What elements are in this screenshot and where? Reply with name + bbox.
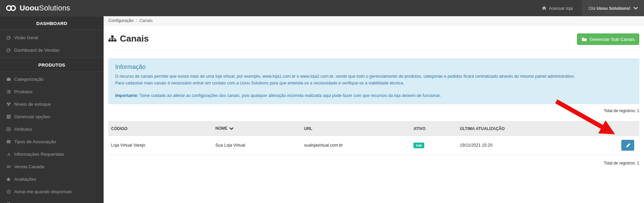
sidebar-section-dashboard: DASHBOARD [0, 16, 104, 30]
column-header-ativo[interactable]: ATIVO [411, 122, 457, 136]
chain-rings-icon [5, 4, 17, 12]
sidebar-item-label: Gerenciar opções [14, 110, 50, 123]
shuffle-icon [5, 164, 12, 169]
sidebar-item-label: Produtos [14, 85, 33, 98]
sort-desc-icon [230, 126, 233, 131]
info-important: Importante: Tome cuidado ao alterar as c… [115, 92, 632, 99]
page-title: Canais [108, 33, 149, 44]
home-icon [542, 6, 546, 10]
sidebar-item-label: Visão Geral [14, 31, 38, 44]
cell-updated: 19/11/2021 15:20 [457, 136, 616, 155]
svg-text:A: A [7, 152, 10, 156]
rows-icon [5, 139, 12, 144]
sidebar-item-categorizacao[interactable]: Categorização [0, 73, 104, 85]
sidebar-item-label: Tipos de Associação [14, 135, 56, 148]
breadcrumb-separator: / [136, 18, 137, 23]
sidebar-item-dashboard-de-vendas[interactable]: Dashboard de Vendas [0, 44, 104, 56]
sidebar-item-produtos[interactable]: Produtos [0, 85, 104, 98]
sidebar-item-avaliacoes[interactable]: Avaliações [0, 173, 104, 185]
topbar: UoouSolutions Acessar loja Olá Uoou Solu… [0, 0, 644, 16]
gauge-icon [5, 35, 12, 40]
sidebar-item-cropped[interactable] [0, 198, 104, 203]
folder-open-icon [582, 37, 587, 42]
sidebar-item-informacoes-requeridas[interactable]: AInformações Requeridas [0, 148, 104, 160]
grid-icon [5, 115, 12, 119]
sidebar-item-label: Dashboard de Vendas [14, 44, 60, 56]
chevron-down-icon [634, 7, 638, 10]
briefcase-icon [5, 77, 12, 81]
cell-nome: Sua Loja Virtual [213, 136, 301, 155]
edit-button[interactable] [621, 140, 634, 151]
star-icon [5, 177, 12, 182]
column-header-codigo[interactable]: CÓDIGO [108, 122, 213, 136]
sidebar: DASHBOARDVisão GeralDashboard de VendasP… [0, 16, 104, 203]
manage-subchannels-button[interactable]: Gerenciar Sub Canais [577, 33, 639, 45]
breadcrumb-link[interactable]: Configuração [108, 18, 133, 23]
column-header-actions [616, 122, 639, 136]
sidebar-item-label: Avise-me quando disponível [14, 185, 71, 198]
column-header-ultima-atualizacao[interactable]: ÚLTIMA ATUALIZAÇÃO [457, 122, 616, 136]
font-icon: A [5, 152, 12, 156]
sidebar-item-niveis-de-estoque[interactable]: Níveis de estoque [0, 98, 104, 110]
sitemap-icon [108, 35, 116, 42]
brand-text: UoouSolutions [20, 4, 70, 12]
access-store-link[interactable]: Acessar loja [542, 6, 573, 11]
channels-table-header-row: CÓDIGONOMEURLATIVOÚLTIMA ATUALIZAÇÃO [108, 122, 639, 136]
info-line-2: Para cadastrar mais canais é necessário … [115, 80, 632, 86]
sidebar-item-label: Informações Requeridas [14, 148, 64, 160]
sidebar-item-label: Avaliações [14, 173, 36, 185]
sidebar-item-venda-casada[interactable]: Venda Casada [0, 160, 104, 173]
total-records-bottom: Total de registros: 1 [108, 161, 639, 166]
list-alt-icon [5, 127, 12, 131]
header-divider [108, 50, 639, 50]
cell-url: sualojavirtual.com.br [301, 136, 411, 155]
breadcrumb-current: Canais [139, 18, 153, 23]
sidebar-item-label: Níveis de estoque [14, 98, 51, 110]
channels-table: CÓDIGONOMEURLATIVOÚLTIMA ATUALIZAÇÃO Loj… [108, 121, 639, 155]
brand-logo[interactable]: UoouSolutions [0, 4, 70, 12]
sidebar-item-atributos[interactable]: Atributos [0, 123, 104, 135]
sidebar-item-label: Categorização [14, 73, 44, 85]
gauge-icon [5, 48, 12, 53]
status-badge: SIM [413, 143, 424, 148]
list-icon [5, 90, 12, 94]
column-header-nome[interactable]: NOME [213, 122, 301, 136]
total-records-top: Total de registros: 1 [108, 108, 639, 113]
cell-ativo: SIM [411, 136, 457, 155]
column-header-url[interactable]: URL [301, 122, 411, 136]
cubes-icon [5, 102, 12, 106]
sidebar-item-visao-geral[interactable]: Visão Geral [0, 31, 104, 44]
sidebar-item-label: Atributos [14, 123, 32, 135]
info-title: Informação [115, 64, 632, 71]
sidebar-item-label: Venda Casada [14, 160, 44, 173]
sidebar-item-gerenciar-opcoes[interactable]: Gerenciar opções [0, 110, 104, 123]
info-line-1: O recurso de canais permite que exista m… [115, 73, 632, 80]
breadcrumb: Configuração / Canais [104, 16, 644, 25]
sidebar-item-tipos-de-associacao[interactable]: Tipos de Associação [0, 135, 104, 148]
table-row: Loja Virtual Varejo Sua Loja Virtual sua… [108, 136, 639, 155]
sidebar-item-avise-me-quando-disponivel[interactable]: Avise-me quando disponível [0, 185, 104, 198]
access-store-label: Acessar loja [549, 6, 573, 11]
cell-actions [616, 136, 639, 155]
cell-codigo: Loja Virtual Varejo [108, 136, 213, 155]
sidebar-section-produtos: PRODUTOS [0, 58, 104, 72]
greeting-text: Olá Uoou Solutions! [588, 6, 630, 11]
info-box: Informação O recurso de canais permite q… [108, 58, 639, 104]
clock-icon [5, 189, 12, 194]
user-menu[interactable]: Olá Uoou Solutions! [582, 0, 644, 16]
main-area: Configuração / Canais Canais [104, 16, 644, 203]
pencil-icon [625, 144, 630, 149]
